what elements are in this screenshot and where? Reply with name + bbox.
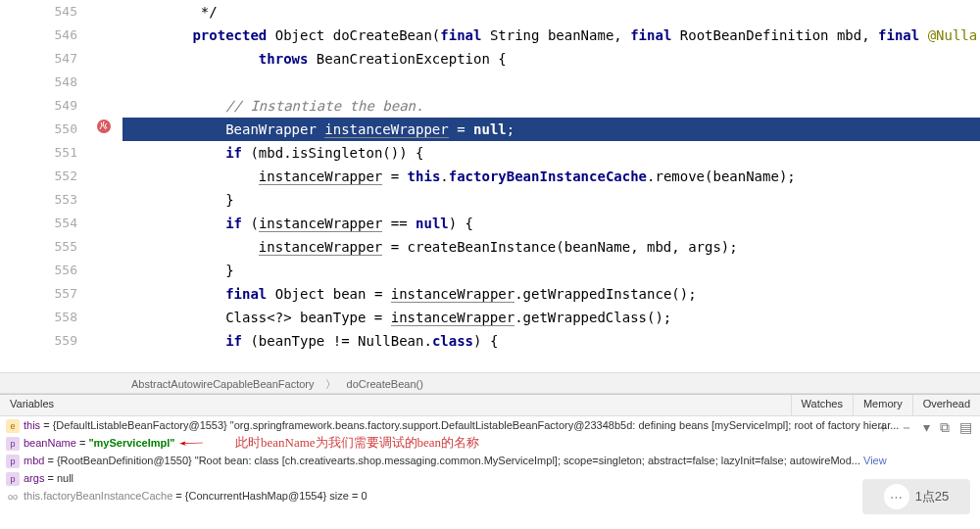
code-line[interactable]: } xyxy=(122,188,980,212)
gutter-row[interactable] xyxy=(83,0,122,24)
breadcrumb-class[interactable]: AbstractAutowireCapableBeanFactory xyxy=(127,378,318,390)
line-number: 551 xyxy=(0,141,77,165)
code-line[interactable] xyxy=(122,71,980,94)
code-line[interactable]: if (mbd.isSingleton()) { xyxy=(122,141,980,165)
tab-overhead[interactable]: Overhead xyxy=(912,395,980,415)
code-line[interactable]: } xyxy=(122,259,980,282)
var-value: = null xyxy=(44,472,74,484)
code-line[interactable]: throws BeanCreationException { xyxy=(122,47,980,71)
gutter-row[interactable] xyxy=(83,71,122,94)
code-line[interactable]: instanceWrapper = this.factoryBeanInstan… xyxy=(122,165,980,188)
breadcrumb[interactable]: AbstractAutowireCapableBeanFactory 〉 doC… xyxy=(0,372,980,394)
variable-row[interactable]: pargs = null xyxy=(0,469,980,487)
tab-memory[interactable]: Memory xyxy=(853,395,912,415)
code-line[interactable]: */ xyxy=(122,0,980,24)
breakpoint-gutter[interactable] xyxy=(83,0,122,372)
var-name: args xyxy=(24,472,44,484)
gutter-row[interactable] xyxy=(83,24,122,47)
code-line[interactable]: BeanWrapper instanceWrapper = null; xyxy=(122,118,980,141)
variable-row[interactable]: ethis = {DefaultListableBeanFactory@1553… xyxy=(0,416,980,434)
gutter-row[interactable] xyxy=(83,212,122,235)
watermark-label: 1点25 xyxy=(915,488,950,505)
debug-tabs: Variables Watches Memory Overhead xyxy=(0,395,980,416)
line-number: 555 xyxy=(0,235,77,259)
var-name: this xyxy=(24,419,40,431)
var-type-icon: oo xyxy=(6,490,20,504)
line-number: 552 xyxy=(0,165,77,188)
line-number: 550 xyxy=(0,118,77,141)
variable-row[interactable]: oothis.factoryBeanInstanceCache = {Concu… xyxy=(0,487,980,505)
line-number: 558 xyxy=(0,306,77,329)
gutter-row[interactable] xyxy=(83,118,122,141)
code-line[interactable]: if (beanType != NullBean.class) { xyxy=(122,329,980,353)
var-value: = {ConcurrentHashMap@1554} size = 0 xyxy=(172,490,367,502)
gutter-row[interactable] xyxy=(83,259,122,282)
var-name: beanName xyxy=(24,437,76,449)
gutter-row[interactable] xyxy=(83,141,122,165)
line-number: 545 xyxy=(0,0,77,24)
annotation-text: 此时beanName为我们需要调试的bean的名称 xyxy=(235,434,479,452)
code-line[interactable]: final Object bean = instanceWrapper.getW… xyxy=(122,282,980,306)
var-type-icon: p xyxy=(6,437,20,451)
wechat-icon: ⋯ xyxy=(884,484,909,509)
variables-list[interactable]: ＋ － ▾ ⧉ ▤ ethis = {DefaultListableBeanFa… xyxy=(0,416,980,529)
line-number: 554 xyxy=(0,212,77,235)
gutter-row[interactable] xyxy=(83,165,122,188)
line-number: 553 xyxy=(0,188,77,212)
code-content[interactable]: */ protected Object doCreateBean(final S… xyxy=(122,0,980,372)
code-line[interactable]: instanceWrapper = createBeanInstance(bea… xyxy=(122,235,980,259)
gutter-row[interactable] xyxy=(83,47,122,71)
gutter-row[interactable] xyxy=(83,188,122,212)
code-line[interactable]: protected Object doCreateBean(final Stri… xyxy=(122,24,980,47)
code-line[interactable]: // Instantiate the bean. xyxy=(122,94,980,118)
line-number: 549 xyxy=(0,94,77,118)
var-type-icon: p xyxy=(6,455,20,468)
line-number: 546 xyxy=(0,24,77,47)
line-number: 557 xyxy=(0,282,77,306)
var-value: = xyxy=(76,437,89,449)
var-value: = {RootBeanDefinition@1550} "Root bean: … xyxy=(44,455,860,466)
var-name: mbd xyxy=(24,455,44,466)
line-number: 559 xyxy=(0,329,77,353)
line-number: 556 xyxy=(0,259,77,282)
gutter-row[interactable] xyxy=(83,235,122,259)
code-line[interactable]: if (instanceWrapper == null) { xyxy=(122,212,980,235)
var-value: = {DefaultListableBeanFactory@1553} "org… xyxy=(40,419,899,431)
gutter-row[interactable] xyxy=(83,94,122,118)
annotation-arrow: ← xyxy=(171,436,212,449)
var-type-icon: e xyxy=(6,419,20,433)
variable-row[interactable]: pbeanName = "myServiceImpl"←此时beanName为我… xyxy=(0,434,980,452)
line-number: 547 xyxy=(0,47,77,71)
var-name: this.factoryBeanInstanceCache xyxy=(24,490,172,502)
line-number: 548 xyxy=(0,71,77,94)
breakpoint-icon[interactable] xyxy=(95,118,113,135)
gutter-row[interactable] xyxy=(83,282,122,306)
breadcrumb-separator: 〉 xyxy=(321,378,340,390)
tab-watches[interactable]: Watches xyxy=(791,395,853,415)
watermark: ⋯ 1点25 xyxy=(862,479,970,514)
var-type-icon: p xyxy=(6,472,20,486)
tab-variables[interactable]: Variables xyxy=(0,395,791,415)
gutter-row[interactable] xyxy=(83,329,122,353)
line-number-gutter: 5455465475485495505515525535545555565575… xyxy=(0,0,83,372)
code-editor[interactable]: 5455465475485495505515525535545555565575… xyxy=(0,0,980,372)
gutter-row[interactable] xyxy=(83,306,122,329)
breadcrumb-method[interactable]: doCreateBean() xyxy=(343,378,427,390)
code-line[interactable]: Class<?> beanType = instanceWrapper.getW… xyxy=(122,306,980,329)
var-string-value: "myServiceImpl" xyxy=(88,437,174,449)
variable-row[interactable]: pmbd = {RootBeanDefinition@1550} "Root b… xyxy=(0,452,980,469)
view-link[interactable]: View xyxy=(860,455,887,466)
debug-panel: Variables Watches Memory Overhead ＋ － ▾ … xyxy=(0,394,980,529)
